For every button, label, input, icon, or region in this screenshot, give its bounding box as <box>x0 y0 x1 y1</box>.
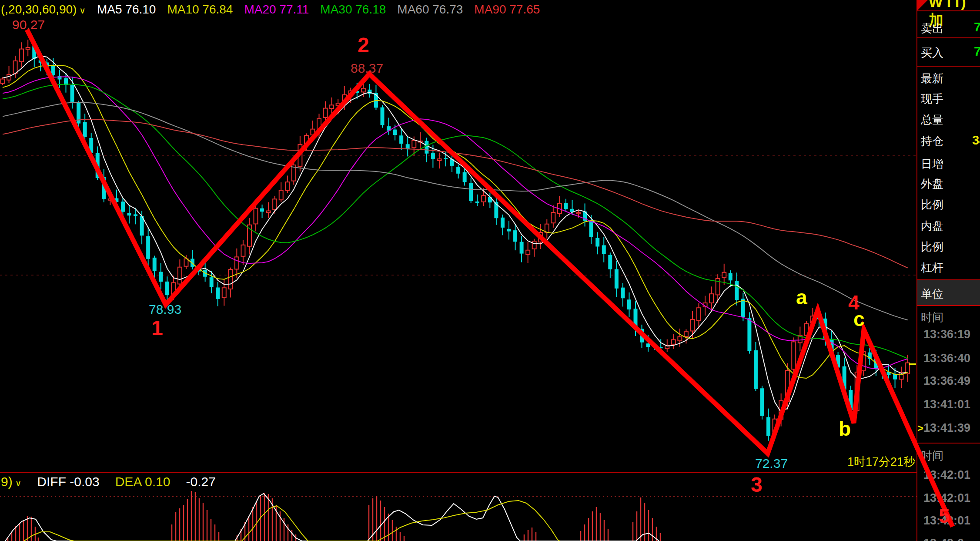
price-label-7893: 78.93 <box>149 303 181 316</box>
wave-label-2: 2 <box>358 35 369 56</box>
wave-label-a: a <box>796 287 807 307</box>
wave-label-b: b <box>839 419 851 439</box>
macd-value-0: DIFF -0.03 <box>37 474 99 489</box>
chevron-down-icon[interactable]: ∨ <box>15 478 22 488</box>
trading-app-window: { "top_bar": { "params": "(,20,30,60,90)… <box>0 0 980 541</box>
ma-line-30 <box>3 84 908 359</box>
macd-value-1: DEA 0.10 <box>115 474 171 489</box>
ma-line-60 <box>3 102 908 320</box>
price-label-7237: 72.37 <box>755 457 788 470</box>
wave-label-5: 5 <box>939 506 950 526</box>
ma-legend-ma10: MA10 76.84 <box>167 3 233 17</box>
ma-legend-ma60: MA60 76.73 <box>397 3 463 17</box>
price-label-9027: 90.27 <box>12 18 45 31</box>
candlestick-chart-canvas[interactable] <box>0 0 980 541</box>
ma-legend-ma90: MA90 77.65 <box>474 3 540 17</box>
chevron-down-icon[interactable]: ∨ <box>79 5 86 16</box>
current-price-tick <box>909 363 916 365</box>
ma-line-20 <box>3 77 908 369</box>
macd-params-label: 9) <box>1 474 13 489</box>
ma-params-label: (,20,30,60,90) <box>1 3 77 17</box>
candlestick-series <box>1 40 910 441</box>
ma-legend-ma5: MA5 76.10 <box>97 3 156 17</box>
price-label-8837: 88.37 <box>351 62 383 75</box>
macd-histogram <box>8 491 660 541</box>
macd-lines <box>5 494 659 541</box>
macd-diff-line <box>368 496 520 541</box>
wave-label-1: 1 <box>151 318 163 339</box>
ma-legend-ma30: MA30 76.18 <box>320 3 386 17</box>
macd-diff-line <box>636 533 659 541</box>
duration-label: 1时17分21秒 <box>847 456 915 468</box>
macd-indicator-bar: 9) ∨ DIFF -0.03DEA 0.10-0.27 <box>1 474 216 489</box>
macd-value-2: -0.27 <box>186 474 215 489</box>
wave-label-3: 3 <box>751 474 763 495</box>
ma-indicator-bar: (,20,30,60,90) ∨ MA5 76.10MA10 76.84MA20… <box>1 3 540 17</box>
ma-line-5 <box>3 56 908 412</box>
wave-label-c: c <box>853 309 865 329</box>
elliott-wave-line <box>27 30 953 527</box>
ma-lines <box>3 56 908 412</box>
ma-legend-ma20: MA20 77.11 <box>244 3 309 17</box>
